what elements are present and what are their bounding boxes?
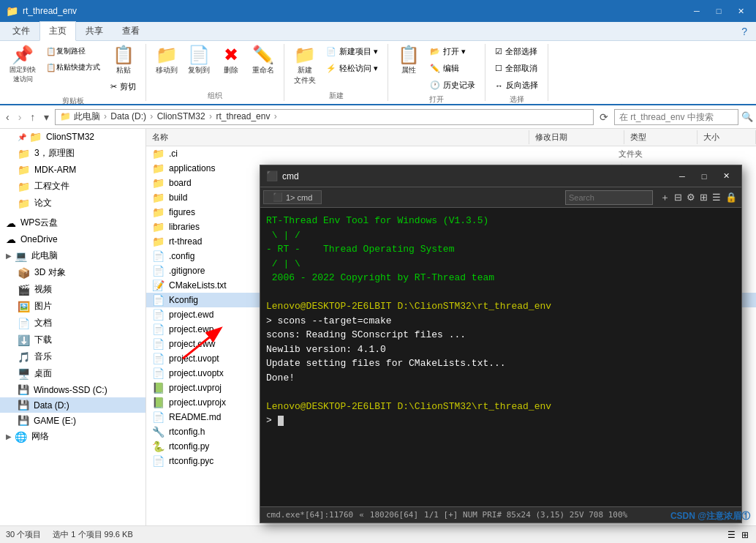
maximize-button[interactable]: □ — [709, 4, 728, 18]
invert-selection-button[interactable]: ↔ 反向选择 — [491, 78, 542, 93]
new-folder-button[interactable]: 📁 新建文件夹 — [290, 44, 320, 88]
paste-button[interactable]: 📋 粘贴 — [109, 44, 138, 78]
deselect-all-button[interactable]: ☐ 全部取消 — [491, 61, 542, 76]
address-path[interactable]: 📁 此电脑 › Data (D:) › ClionSTM32 › rt_thre… — [55, 109, 594, 125]
recent-locations-button[interactable]: ▾ — [41, 110, 52, 124]
edit-button[interactable]: ✏️ 编辑 — [426, 61, 479, 76]
nav-item-download[interactable]: ⬇️ 下载 — [0, 332, 145, 348]
forward-button[interactable]: › — [15, 110, 25, 124]
nav-item-label: 3D 对象 — [34, 266, 66, 279]
cmd-content[interactable]: RT-Thread Env Tool for Windows (V1.3.5) … — [260, 208, 741, 506]
nav-item-picture[interactable]: 🖼️ 图片 — [0, 298, 145, 315]
cmd-split-button[interactable]: ⊟ — [673, 190, 684, 206]
history-button[interactable]: 🕐 历史记录 — [426, 78, 479, 93]
clipboard-label: 剪贴板 — [62, 96, 84, 106]
nav-item-clionSTM32[interactable]: 📌 📁 ClionSTM32 — [0, 129, 145, 145]
cmd-line: Newlib version: 4.1.0 — [266, 344, 386, 355]
tab-file[interactable]: 文件 — [3, 21, 39, 41]
tab-share[interactable]: 共享 — [76, 21, 113, 41]
drive-icon: 💾 — [18, 400, 29, 411]
cmd-list-button[interactable]: ☰ — [711, 190, 722, 206]
cmd-tab-1[interactable]: ⬛ 1> cmd — [263, 190, 322, 204]
scissors-icon: ✂ — [110, 82, 117, 91]
cmd-add-button[interactable]: ＋ — [659, 190, 671, 206]
cmd-line: Lenovo@DESKTOP-2E6LBIT D:\ClionSTM32\rt_… — [266, 301, 551, 312]
easy-access-button[interactable]: ⚡ 轻松访问 ▾ — [322, 61, 382, 76]
open-button[interactable]: 📂 打开 ▾ — [426, 44, 479, 59]
open-icon: 📂 — [430, 47, 440, 56]
nav-item-network[interactable]: ▶ 🌐 网络 — [0, 428, 145, 445]
cmd-cursor — [278, 416, 284, 426]
organize-label: 组织 — [208, 91, 222, 101]
pin-quick-access-button[interactable]: 📌 固定到快速访问 — [6, 44, 39, 86]
nav-item-video[interactable]: 🎬 视频 — [0, 281, 145, 298]
cmd-maximize-button[interactable]: □ — [695, 169, 714, 184]
close-button[interactable]: ✕ — [731, 4, 750, 18]
nav-item-label: 视频 — [34, 283, 52, 296]
search-button[interactable]: 🔍 — [741, 111, 753, 122]
copy-path-button[interactable]: 📋 复制路径 — [42, 44, 104, 59]
cmd-close-button[interactable]: ✕ — [717, 169, 736, 184]
search-input[interactable] — [614, 109, 738, 125]
new-buttons: 📁 新建文件夹 📄 新建项目 ▾ ⚡ 轻松访问 ▾ — [290, 44, 382, 89]
cmd-settings-button[interactable]: ⚙ — [685, 190, 697, 206]
col-header-size[interactable]: 大小 — [698, 130, 756, 144]
copy-to-button[interactable]: 📄 复制到 — [184, 44, 213, 78]
ribbon-group-clipboard: 📌 固定到快速访问 📋 复制路径 📋 粘贴快捷方式 📋 粘贴 — [0, 44, 146, 101]
nav-item-yuanlitu[interactable]: 📁 3，原理图 — [0, 145, 145, 162]
col-header-name[interactable]: 名称 — [146, 130, 529, 144]
rename-button[interactable]: ✏️ 重命名 — [249, 44, 278, 78]
nav-item-music[interactable]: 🎵 音乐 — [0, 348, 145, 365]
paste-shortcut-button[interactable]: 📋 粘贴快捷方式 — [42, 60, 104, 75]
file-item[interactable]: 📁.ci文件夹 — [146, 146, 756, 161]
help-button[interactable]: ? — [741, 26, 747, 37]
col-header-type[interactable]: 类型 — [624, 130, 698, 144]
details-view-button[interactable]: ☰ — [726, 530, 737, 540]
nav-item-label: Data (D:) — [34, 400, 69, 411]
computer-icon: 💻 — [15, 250, 27, 262]
cut-button[interactable]: ✂ 剪切 — [107, 79, 140, 94]
nav-item-label: ClionSTM32 — [46, 132, 94, 142]
cmd-lock-button[interactable]: 🔒 — [724, 190, 738, 206]
tab-view[interactable]: 查看 — [113, 21, 149, 41]
move-to-button[interactable]: 📁 移动到 — [152, 44, 181, 78]
file-icon: 📄 — [152, 353, 165, 364]
tab-home[interactable]: 主页 — [39, 21, 76, 41]
nav-item-d-drive[interactable]: 💾 Data (D:) — [0, 397, 145, 413]
nav-item-3d[interactable]: 📦 3D 对象 — [0, 264, 145, 281]
new-folder-icon: 📁 — [294, 46, 316, 64]
up-button[interactable]: ↑ — [27, 110, 38, 124]
col-header-date[interactable]: 修改日期 — [529, 130, 624, 144]
nav-item-desktop[interactable]: 🖥️ 桌面 — [0, 365, 145, 382]
new-item-icon: 📄 — [326, 47, 336, 56]
nav-item-label: 此电脑 — [31, 250, 58, 262]
nav-item-mdk[interactable]: 📁 MDK-ARM — [0, 162, 145, 178]
new-item-button[interactable]: 📄 新建项目 ▾ — [322, 44, 382, 59]
file-icon: 📄 — [152, 294, 165, 306]
nav-item-lunwen[interactable]: 📁 论文 — [0, 195, 145, 211]
nav-item-doc[interactable]: 📄 文档 — [0, 315, 145, 332]
file-icon: 📄 — [152, 265, 165, 277]
title-folder-icon: 📁 — [6, 5, 18, 17]
select-all-button[interactable]: ☑ 全部选择 — [491, 44, 542, 59]
nav-item-label: 网络 — [31, 430, 49, 443]
nav-item-c-drive[interactable]: 💾 Windows-SSD (C:) — [0, 382, 145, 397]
nav-item-label: MDK-ARM — [34, 165, 76, 175]
nav-item-wps[interactable]: ☁ WPS云盘 — [0, 214, 145, 231]
tiles-view-button[interactable]: ⊞ — [740, 530, 750, 540]
nav-item-onedrive[interactable]: ☁ OneDrive — [0, 231, 145, 247]
refresh-button[interactable]: ⟳ — [597, 110, 611, 124]
cmd-search-input[interactable] — [565, 190, 653, 205]
properties-button[interactable]: 📋 属性 — [394, 44, 423, 78]
open-buttons: 📋 属性 📂 打开 ▾ ✏️ 编辑 🕐 历史记录 — [394, 44, 479, 93]
back-button[interactable]: ‹ — [3, 110, 12, 124]
cmd-line: RT-Thread Env Tool for Windows (V1.3.5) — [266, 215, 488, 226]
nav-item-e-drive[interactable]: 💾 GAME (E:) — [0, 413, 145, 428]
minimize-button[interactable]: ─ — [687, 4, 706, 18]
delete-button[interactable]: ✖ 删除 — [216, 44, 246, 78]
folder-icon: 📁 — [18, 148, 30, 160]
cmd-minimize-button[interactable]: ─ — [673, 169, 692, 184]
cmd-grid-button[interactable]: ⊞ — [698, 190, 709, 206]
nav-item-thispc[interactable]: ▶ 💻 此电脑 — [0, 247, 145, 264]
nav-item-gongcheng[interactable]: 📁 工程文件 — [0, 178, 145, 195]
